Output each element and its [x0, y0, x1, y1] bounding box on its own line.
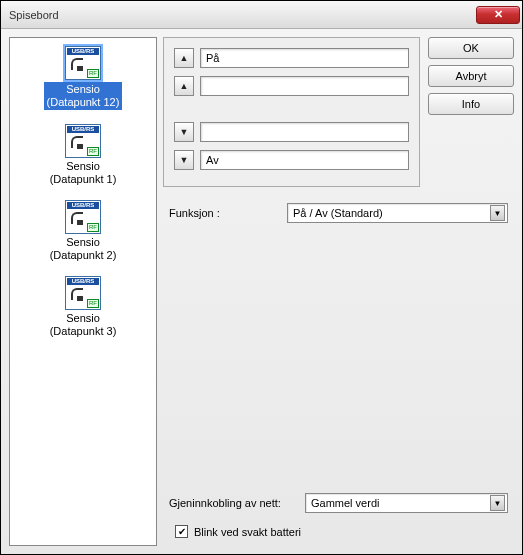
title-bar: Spisebord ✕: [1, 1, 522, 29]
dropdown-arrow-icon: ▼: [490, 205, 505, 221]
device-label: Sensio (Datapunkt 1): [50, 160, 117, 185]
blink-checkbox[interactable]: ✔: [175, 525, 188, 538]
function-select[interactable]: På / Av (Standard) ▼: [287, 203, 508, 223]
reconnect-value: Gammel verdi: [311, 497, 379, 509]
action-config-box: ▲ ▲ ▼: [163, 37, 420, 187]
chevron-down-icon: ▼: [180, 127, 189, 137]
config-row-down: ▼: [174, 122, 409, 142]
config-row-up: ▲: [174, 76, 409, 96]
action-input-3[interactable]: [200, 122, 409, 142]
config-row-top: ▲: [174, 48, 409, 68]
device-icon: USB/RS RF: [65, 276, 101, 310]
jump-bottom-button[interactable]: ▼: [174, 150, 194, 170]
device-icon: USB/RS RF: [65, 46, 101, 80]
top-row: ▲ ▲ ▼: [163, 37, 514, 187]
window-title: Spisebord: [9, 9, 476, 21]
device-label: Sensio (Datapunkt 3): [50, 312, 117, 337]
close-button[interactable]: ✕: [476, 6, 520, 24]
device-label: Sensio (Datapunkt 2): [50, 236, 117, 261]
reconnect-label: Gjeninnkobling av nett:: [169, 497, 297, 509]
device-list: USB/RS RF Sensio (Datapunkt 12) USB/RS R…: [9, 37, 157, 546]
step-down-button[interactable]: ▼: [174, 122, 194, 142]
jump-top-button[interactable]: ▲: [174, 48, 194, 68]
settings-column: ▲ ▲ ▼: [163, 37, 514, 546]
action-input-1[interactable]: [200, 48, 409, 68]
device-icon: USB/RS RF: [65, 200, 101, 234]
device-label: Sensio (Datapunkt 12): [44, 82, 123, 110]
cancel-button[interactable]: Avbryt: [428, 65, 514, 87]
dialog-body: USB/RS RF Sensio (Datapunkt 12) USB/RS R…: [1, 29, 522, 554]
close-icon: ✕: [494, 8, 503, 20]
action-input-2[interactable]: [200, 76, 409, 96]
blink-label: Blink ved svakt batteri: [194, 526, 301, 538]
reconnect-row: Gjeninnkobling av nett: Gammel verdi ▼: [169, 493, 508, 513]
config-row-bottom: ▼: [174, 150, 409, 170]
chevron-bar-down-icon: ▼: [180, 155, 189, 165]
device-item[interactable]: USB/RS RF Sensio (Datapunkt 12): [14, 44, 152, 112]
dialog-buttons: OK Avbryt Info: [428, 37, 514, 187]
blink-row: ✔ Blink ved svakt batteri: [169, 521, 508, 542]
step-up-button[interactable]: ▲: [174, 76, 194, 96]
function-row: Funksjon : På / Av (Standard) ▼: [169, 203, 508, 223]
device-icon: USB/RS RF: [65, 124, 101, 158]
function-label: Funksjon :: [169, 207, 279, 219]
ok-button[interactable]: OK: [428, 37, 514, 59]
dropdown-arrow-icon: ▼: [490, 495, 505, 511]
check-icon: ✔: [178, 527, 186, 537]
info-button[interactable]: Info: [428, 93, 514, 115]
reconnect-select[interactable]: Gammel verdi ▼: [305, 493, 508, 513]
function-value: På / Av (Standard): [293, 207, 383, 219]
device-item[interactable]: USB/RS RF Sensio (Datapunkt 1): [14, 122, 152, 188]
form-area: Funksjon : På / Av (Standard) ▼ Gjeninnk…: [163, 193, 514, 546]
dialog-window: Spisebord ✕ USB/RS RF Sensio (Datapunkt …: [0, 0, 523, 555]
device-item[interactable]: USB/RS RF Sensio (Datapunkt 2): [14, 198, 152, 264]
chevron-up-icon: ▲: [180, 81, 189, 91]
device-item[interactable]: USB/RS RF Sensio (Datapunkt 3): [14, 274, 152, 340]
chevron-bar-up-icon: ▲: [180, 53, 189, 63]
action-input-4[interactable]: [200, 150, 409, 170]
